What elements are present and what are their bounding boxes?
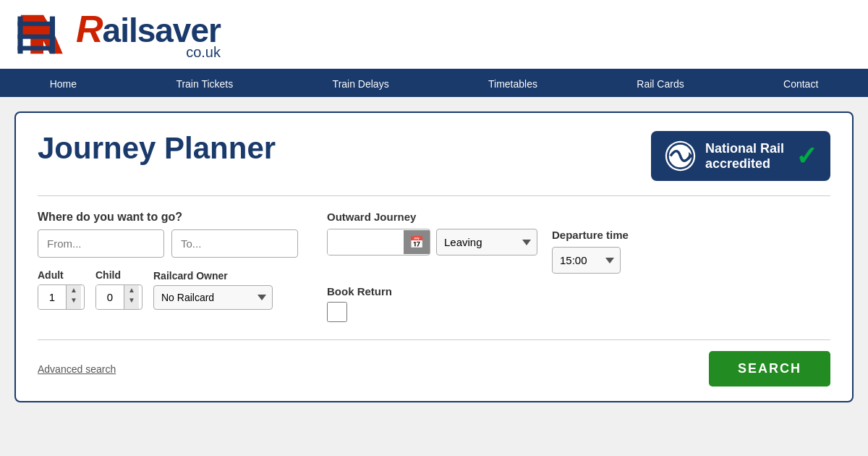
date-leaving-section: 01/06/2020 📅 Leaving Arriving	[327, 229, 537, 256]
adult-label: Adult	[38, 269, 85, 281]
railcard-label: Railcard Owner	[153, 270, 273, 282]
bottom-divider	[38, 339, 830, 340]
book-return-checkbox[interactable]	[327, 302, 347, 322]
date-input-wrapper: 01/06/2020 📅	[327, 229, 430, 256]
railcard-group: Railcard Owner No Railcard 16-25 Railcar…	[153, 270, 273, 310]
nav-train-delays[interactable]: Train Delays	[318, 71, 404, 97]
railcard-select[interactable]: No Railcard 16-25 Railcard Family & Frie…	[153, 285, 273, 310]
calendar-button[interactable]: 📅	[404, 230, 430, 254]
from-input[interactable]	[38, 229, 164, 258]
national-rail-badge: National Rail accredited ✓	[651, 131, 830, 181]
logo: Railsaver co.uk	[14, 7, 221, 62]
logo-text: Railsaver co.uk	[76, 10, 221, 59]
adult-decrement[interactable]: ▼	[67, 295, 81, 305]
adult-spinner: 1 ▲ ▼	[38, 284, 85, 310]
footer-bar: Advanced search SEARCH	[38, 351, 830, 387]
logo-couk: co.uk	[76, 45, 221, 59]
svg-rect-6	[17, 46, 55, 51]
departure-section: Departure time 00:0001:0002:00 03:0004:0…	[552, 229, 629, 274]
national-rail-text: National Rail accredited	[705, 141, 784, 172]
departure-time-select[interactable]: 00:0001:0002:00 03:0004:0005:00 06:0007:…	[552, 247, 621, 274]
from-to-row	[38, 229, 298, 258]
adult-spinner-buttons: ▲ ▼	[66, 285, 81, 309]
nav-train-tickets[interactable]: Train Tickets	[161, 71, 247, 97]
national-rail-line1: National Rail	[705, 141, 784, 156]
search-button[interactable]: SEARCH	[709, 351, 830, 387]
logo-rest: ailsaver	[103, 12, 221, 49]
planner-header: Journey Planner National Rail accredited…	[38, 131, 830, 181]
national-rail-line2: accredited	[705, 156, 784, 172]
svg-rect-4	[17, 22, 55, 26]
svg-rect-5	[17, 35, 55, 39]
nav-contact[interactable]: Contact	[769, 71, 833, 97]
header: Railsaver co.uk	[0, 0, 868, 71]
book-return-section: Book Return	[327, 285, 629, 325]
nav-rail-cards[interactable]: Rail Cards	[622, 71, 698, 97]
where-label: Where do you want to go?	[38, 211, 298, 224]
child-spinner: 0 ▲ ▼	[95, 284, 142, 310]
logo-icon	[14, 7, 72, 62]
adult-group: Adult 1 ▲ ▼	[38, 269, 85, 310]
form-section: Where do you want to go? Adult 1 ▲ ▼	[38, 211, 830, 325]
nav-timetables[interactable]: Timetables	[474, 71, 552, 97]
journey-section: Outward Journey 01/06/2020 📅 Leaving Arr…	[327, 211, 629, 325]
book-return-label: Book Return	[327, 285, 629, 297]
accredited-checkmark-icon: ✓	[796, 141, 817, 172]
adult-input[interactable]: 1	[38, 285, 66, 309]
planner-title: Journey Planner	[38, 131, 276, 166]
date-row: 01/06/2020 📅 Leaving Arriving	[327, 229, 537, 256]
adult-increment[interactable]: ▲	[67, 285, 81, 295]
to-input[interactable]	[171, 229, 298, 258]
journey-planner-box: Journey Planner National Rail accredited…	[14, 111, 854, 402]
logo-r-letter: R	[76, 8, 103, 50]
child-input[interactable]: 0	[96, 285, 124, 309]
nav: Home Train Tickets Train Delays Timetabl…	[0, 71, 868, 97]
leaving-select[interactable]: Leaving Arriving	[436, 229, 537, 256]
passengers-row: Adult 1 ▲ ▼ Child 0	[38, 269, 298, 310]
child-label: Child	[95, 269, 142, 281]
date-input[interactable]: 01/06/2020	[328, 229, 404, 255]
child-group: Child 0 ▲ ▼	[95, 269, 142, 310]
logo-brand: Railsaver	[76, 10, 221, 48]
child-spinner-buttons: ▲ ▼	[124, 285, 139, 309]
outward-journey-label: Outward Journey	[327, 211, 629, 223]
departure-time-label: Departure time	[552, 229, 629, 241]
top-divider	[38, 195, 830, 196]
nav-home[interactable]: Home	[35, 71, 91, 97]
advanced-search-link[interactable]: Advanced search	[38, 363, 116, 375]
child-decrement[interactable]: ▼	[124, 295, 139, 305]
main-content: Journey Planner National Rail accredited…	[0, 97, 868, 417]
child-increment[interactable]: ▲	[124, 285, 139, 295]
national-rail-logo-icon	[664, 140, 697, 172]
journey-fields-row: 01/06/2020 📅 Leaving Arriving Departure …	[327, 229, 629, 274]
where-section: Where do you want to go? Adult 1 ▲ ▼	[38, 211, 298, 310]
